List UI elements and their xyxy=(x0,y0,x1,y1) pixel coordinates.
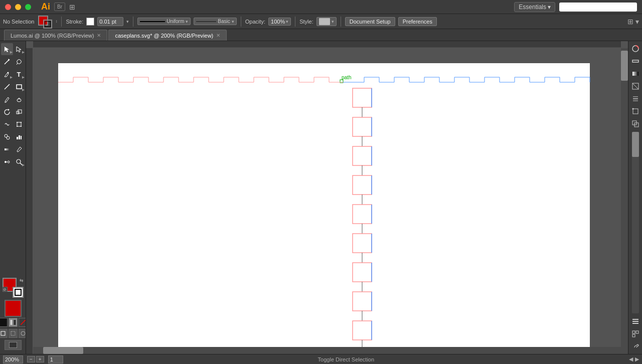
canvas-scroll[interactable]: path xyxy=(33,48,621,354)
scale-tool[interactable] xyxy=(13,106,25,118)
magic-wand-tool[interactable] xyxy=(1,56,13,68)
svg-point-23 xyxy=(8,161,10,163)
draw-inside-icon[interactable] xyxy=(19,329,27,338)
ruler-top: /* ruler ticks rendered inline */ xyxy=(33,41,621,48)
document-setup-button[interactable]: Document Setup xyxy=(345,17,395,26)
free-transform-tool[interactable] xyxy=(13,118,25,130)
tool-row-6 xyxy=(1,106,25,118)
type-tool[interactable]: T ▸ xyxy=(13,68,25,80)
line-tool[interactable] xyxy=(1,81,13,93)
color-icon[interactable] xyxy=(0,318,8,327)
horizontal-scrollbar[interactable] xyxy=(33,347,621,354)
next-page-icon[interactable]: ▶ xyxy=(635,356,639,362)
svg-rect-83 xyxy=(632,334,635,337)
stroke-panel-icon[interactable] xyxy=(630,56,641,67)
arrange-icon[interactable]: ⊞ xyxy=(627,18,633,26)
close-button[interactable] xyxy=(5,4,11,10)
svg-line-28 xyxy=(21,320,26,325)
artboards-panel-icon[interactable] xyxy=(630,328,641,339)
layers-panel-icon[interactable] xyxy=(630,316,641,327)
align-panel-icon[interactable] xyxy=(630,93,641,104)
arrangement-icon[interactable]: ⊞ xyxy=(69,3,75,11)
horizontal-scrollbar-thumb[interactable] xyxy=(43,347,83,354)
essentials-button[interactable]: Essentials ▾ xyxy=(514,2,555,12)
rectangle-tool[interactable]: ▸ xyxy=(13,81,25,93)
bottom-bar: − + Toggle Direct Selection ◀ ▶ xyxy=(0,354,642,364)
direct-selection-tool[interactable]: ▸ xyxy=(13,43,25,55)
tool-row-8 xyxy=(1,131,25,143)
opacity-selector[interactable]: 100% ▾ xyxy=(268,18,291,26)
prev-page-icon[interactable]: ◀ xyxy=(629,356,633,362)
titlebar-left: Ai Br ⊞ xyxy=(5,2,75,12)
graph-tool[interactable] xyxy=(13,131,25,143)
draw-normal-icon[interactable] xyxy=(0,329,8,338)
stroke-color-box[interactable] xyxy=(43,20,52,29)
tab-lumos-close[interactable]: ✕ xyxy=(97,33,101,38)
gradient-icon[interactable] xyxy=(9,318,18,327)
tool-row-7 xyxy=(1,118,25,130)
pencil-tool[interactable] xyxy=(1,93,13,105)
main-area: ▸ ▸ ▸ T ▸ xyxy=(0,41,642,354)
links-panel-icon[interactable] xyxy=(630,341,641,352)
canvas-area[interactable]: /* ruler ticks rendered inline */ path xyxy=(26,41,628,354)
blob-brush-tool[interactable] xyxy=(13,93,25,105)
screen-mode-button[interactable] xyxy=(5,340,22,350)
right-scrollbar-thumb[interactable] xyxy=(632,132,639,157)
active-color-display[interactable] xyxy=(5,300,22,317)
none-icon[interactable] xyxy=(19,318,27,327)
lasso-tool[interactable] xyxy=(13,56,25,68)
svg-rect-18 xyxy=(17,137,18,139)
ruler-left xyxy=(26,48,33,354)
svg-rect-21 xyxy=(5,148,10,150)
shape-builder-tool[interactable] xyxy=(1,131,13,143)
pathfinder-panel-icon[interactable] xyxy=(630,118,641,129)
search-input[interactable] xyxy=(559,3,637,12)
transform-panel-icon[interactable] xyxy=(630,106,641,117)
style-selector[interactable]: ▾ xyxy=(316,17,337,26)
gradient-tool[interactable] xyxy=(1,143,13,155)
variable-width-selector[interactable]: Basic ▾ xyxy=(194,18,236,25)
swap-colors-icon[interactable]: ⇆ xyxy=(20,278,24,283)
preferences-button[interactable]: Preferences xyxy=(398,17,437,26)
draw-behind-icon[interactable] xyxy=(9,329,18,338)
stroke-dropdown-arrow[interactable]: ▾ xyxy=(126,19,129,24)
options-icon[interactable]: ▾ xyxy=(635,18,639,26)
svg-point-25 xyxy=(17,159,21,163)
none-color-icon[interactable]: ⊘ xyxy=(3,287,8,292)
tab-caseplans[interactable]: caseplans.svg* @ 200% (RGB/Preview) ✕ xyxy=(108,30,227,41)
stroke-color-swatch[interactable] xyxy=(13,287,24,298)
vertical-scrollbar[interactable] xyxy=(621,48,628,354)
right-scrollbar[interactable] xyxy=(632,132,639,313)
blend-tool[interactable] xyxy=(1,156,13,168)
stroke-style-selector[interactable]: Uniform ▾ xyxy=(137,18,191,25)
bridge-button[interactable]: Br xyxy=(54,3,65,11)
tab-caseplans-close[interactable]: ✕ xyxy=(216,33,220,38)
stroke-color-indicator[interactable] xyxy=(86,18,94,26)
zoom-tool[interactable]: ▸ xyxy=(13,156,25,168)
stroke-value-input[interactable] xyxy=(97,17,123,26)
rotate-tool[interactable] xyxy=(1,106,13,118)
zoom-decrease-btn[interactable]: − xyxy=(27,356,35,362)
tab-lumos[interactable]: Lumos.ai @ 100% (RGB/Preview) ✕ xyxy=(4,30,107,41)
maximize-button[interactable] xyxy=(25,4,31,10)
gradient-panel-icon[interactable] xyxy=(630,68,641,79)
zoom-input[interactable] xyxy=(3,355,23,363)
type-icon: T xyxy=(17,71,21,78)
fill-stroke-group xyxy=(37,15,52,29)
tool-row-4: ▸ xyxy=(1,81,25,93)
transparency-panel-icon[interactable] xyxy=(630,81,641,92)
minimize-button[interactable] xyxy=(15,4,21,10)
color-panel-icon[interactable] xyxy=(630,43,641,54)
tab-caseplans-label: caseplans.svg* @ 200% (RGB/Preview) xyxy=(115,33,213,39)
selection-tool[interactable]: ▸ xyxy=(1,43,13,55)
pen-tool[interactable]: ▸ xyxy=(1,68,13,80)
tool-row-1: ▸ ▸ xyxy=(1,43,25,55)
eyedropper-tool[interactable] xyxy=(13,143,25,155)
page-input[interactable] xyxy=(48,355,63,363)
warp-tool[interactable] xyxy=(1,118,13,130)
zoom-increase-btn[interactable]: + xyxy=(36,356,44,362)
svg-rect-5 xyxy=(17,85,22,89)
basic-label: Basic xyxy=(218,19,230,24)
vertical-scrollbar-thumb[interactable] xyxy=(621,51,628,81)
opacity-value: 100% xyxy=(271,19,285,25)
